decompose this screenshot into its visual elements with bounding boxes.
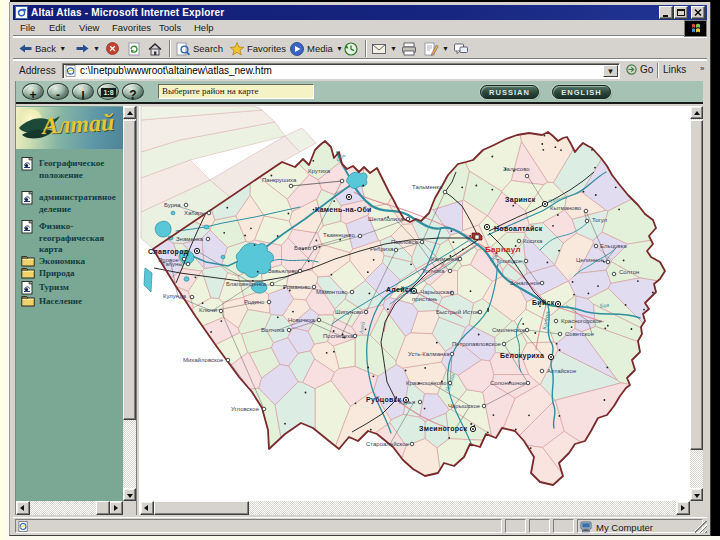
resize-grip[interactable] [695, 521, 707, 533]
map-label-Заринск[interactable]: Заринск [505, 196, 536, 204]
sidebar-hscroll-right-button[interactable] [109, 501, 123, 515]
map-label-Камень-на-Оби[interactable]: Камень-на-Оби [315, 206, 372, 213]
map-label-Баево[interactable]: Баево [294, 245, 312, 251]
sidebar-vscroll-down-button[interactable] [123, 488, 136, 501]
map-label-Михайловское[interactable]: Михайловское [183, 357, 224, 363]
map-label-Усть-Калманка[interactable]: Усть-Калманка [408, 351, 450, 357]
map-vscroll-up-button[interactable] [690, 106, 703, 119]
close-button[interactable] [691, 6, 705, 19]
map-label-Шипуново[interactable]: Шипуново [335, 309, 364, 315]
district-search-input[interactable]: Выберите район на карте [158, 84, 314, 99]
map-label-Белокуриха[interactable]: Белокуриха [500, 352, 544, 360]
map-label-Ребриха[interactable]: Ребриха [370, 246, 394, 252]
map-label-Троицкое[interactable]: Троицкое [496, 258, 523, 264]
map-label-Советское[interactable]: Советское [565, 331, 595, 337]
sidebar-item-5[interactable]: Природа [19, 267, 121, 281]
map-hscroll-left-button[interactable] [140, 501, 154, 515]
help-button[interactable]: ? [122, 83, 144, 100]
map-label-Староалейское[interactable]: Староалейское [366, 441, 410, 447]
sidebar-item-1[interactable]: Географическоеположение [19, 157, 121, 183]
map-vertical-scrollbar[interactable] [690, 106, 703, 501]
sidebar-item-6[interactable]: Туризм [19, 281, 121, 295]
map-label-Павловск[interactable]: Павловск [391, 239, 418, 245]
map-label-Краснощёково[interactable]: Краснощёково [406, 380, 447, 386]
address-input[interactable]: c:\Inetpub\wwwroot\altainew\atlas_new.ht… [62, 63, 620, 79]
map-label-Топчиха[interactable]: Топчиха [422, 268, 445, 274]
forward-button[interactable]: ▼ [75, 39, 100, 58]
menu-edit[interactable]: Edit [49, 22, 65, 33]
map-label-Угловское[interactable]: Угловское [231, 406, 260, 412]
sidebar-vertical-scrollbar[interactable] [123, 106, 136, 501]
map-label-Солтон[interactable]: Солтон [619, 269, 639, 275]
map-label-Рубцовск[interactable]: Рубцовск [366, 396, 402, 404]
map-label-Целинное[interactable]: Целинное [576, 257, 604, 263]
map-label-Ключи[interactable]: Ключи [199, 307, 217, 313]
map-label-Красногорское[interactable]: Красногорское [561, 318, 603, 324]
map-label-Тюменцево[interactable]: Тюменцево [323, 232, 355, 238]
map-label-Змеиногорск[interactable]: Змеиногорск [419, 425, 468, 433]
map-label-Славгород[interactable]: Славгород [148, 248, 189, 256]
map-label-Ельцовка[interactable]: Ельцовка [600, 243, 627, 249]
sidebar-item-2[interactable]: административноеделение [19, 191, 121, 217]
map-label-Знаменка[interactable]: Знаменка [176, 236, 204, 242]
sidebar-vscroll-up-button[interactable] [123, 106, 136, 119]
map-label-Зональное[interactable]: Зональное [510, 280, 541, 286]
map-label-Мамонтово[interactable]: Мамонтово [316, 289, 348, 295]
sidebar-item-3[interactable]: Физико-географическаякарта [19, 220, 121, 258]
english-language-button[interactable]: ENGLISH [552, 85, 611, 99]
map-label-Быстрый Исток[interactable]: Быстрый Исток [436, 309, 479, 315]
info-button[interactable]: I [72, 83, 94, 100]
scale-button[interactable]: 1:8 [97, 83, 119, 100]
map-label-Смоленское[interactable]: Смоленское [492, 327, 527, 333]
map-hscroll-right-button[interactable] [676, 501, 690, 515]
map-label-Солонешное[interactable]: Солонешное [490, 380, 527, 386]
district-area[interactable] [437, 439, 498, 470]
map-label-пристань[interactable]: пристань [412, 296, 437, 302]
map-label-Шелаболиха[interactable]: Шелаболиха [368, 216, 404, 222]
minimize-button[interactable] [659, 6, 673, 19]
history-button[interactable] [343, 39, 359, 58]
map-label-Чарышское[interactable]: Чарышское [448, 403, 481, 409]
map-label-Петропавловское[interactable]: Петропавловское [452, 341, 502, 347]
edit-button[interactable]: ▼ [423, 39, 449, 58]
map-label-Крутиха[interactable]: Крутиха [308, 168, 331, 174]
discuss-button[interactable] [453, 39, 469, 58]
map-vscroll-down-button[interactable] [690, 488, 703, 501]
menu-favorites[interactable]: Favorites [112, 22, 151, 33]
map-label-Панкрушиха[interactable]: Панкрушиха [262, 177, 297, 183]
map-label-Усть-Чарышская[interactable]: Усть-Чарышская [406, 289, 452, 295]
map-label-Калманка[interactable]: Калманка [431, 256, 459, 262]
menu-tools[interactable]: Tools [159, 22, 181, 33]
map-label-Новичиха[interactable]: Новичиха [288, 317, 316, 323]
sidebar-hscroll-thumb[interactable] [96, 501, 110, 515]
map-label-Кытманово[interactable]: Кытманово [550, 205, 582, 211]
menu-help[interactable]: Help [194, 22, 214, 33]
favorites-button[interactable]: Favorites [229, 39, 286, 58]
menu-file[interactable]: File [20, 22, 35, 33]
map-label-Романово[interactable]: Романово [283, 284, 311, 290]
map-label-Косиха[interactable]: Косиха [523, 238, 543, 244]
sidebar-hscroll-left-button[interactable] [16, 501, 30, 515]
media-button[interactable]: Media▼ [289, 39, 343, 58]
map-label-Родино[interactable]: Родино [244, 299, 265, 305]
map-label-Благовещенка[interactable]: Благовещенка [226, 281, 267, 287]
go-button[interactable]: Go [626, 64, 653, 75]
sidebar-horizontal-scrollbar[interactable] [16, 501, 123, 515]
map-label-Хабары[interactable]: Хабары [184, 210, 206, 216]
sidebar-vscroll-thumb[interactable] [123, 120, 136, 420]
stop-button[interactable] [105, 39, 120, 58]
back-button[interactable]: Back▼ [18, 39, 66, 58]
map-label-Курья[interactable]: Курья [399, 399, 415, 405]
map-label-Бурла[interactable]: Бурла [164, 202, 181, 208]
map-hscroll-thumb[interactable] [154, 501, 249, 515]
altai-region-map[interactable]: ОбьОбьЧумышАлейЧарышКатуньБияСлавгородКа… [140, 106, 690, 501]
menu-view[interactable]: View [79, 22, 99, 33]
mail-button[interactable]: ▼ [371, 39, 397, 58]
map-label-Бийск[interactable]: Бийск [532, 299, 555, 306]
zoom-in-button[interactable]: + [22, 83, 44, 100]
map-label-Яровое[interactable]: Яровое [158, 257, 179, 263]
map-label-Поспелиха[interactable]: Поспелиха [323, 333, 354, 339]
map-label-Тогул[interactable]: Тогул [592, 217, 608, 223]
map-label-Волчиха[interactable]: Волчиха [261, 327, 285, 333]
search-button[interactable]: Search [175, 39, 223, 58]
